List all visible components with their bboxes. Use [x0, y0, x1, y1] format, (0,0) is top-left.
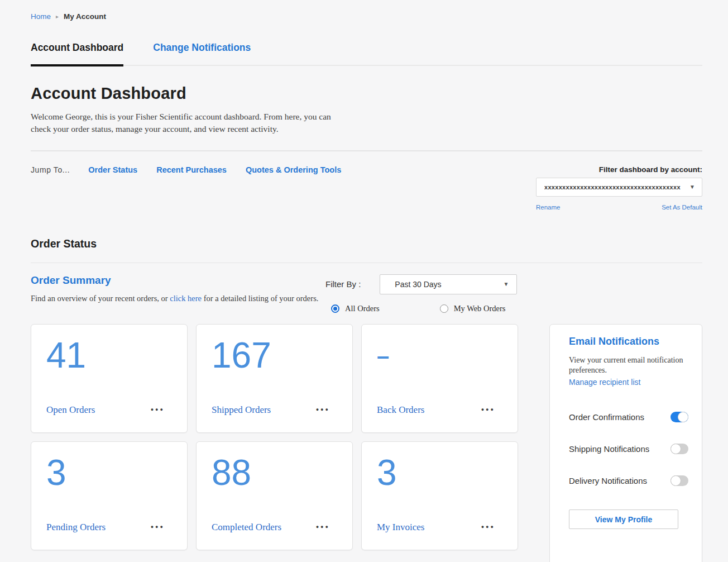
description-prefix: Find an overview of your recent orders, … — [31, 294, 170, 303]
email-notifications-panel: Email Notifications View your current em… — [549, 324, 702, 562]
shipping-notifications-toggle[interactable] — [670, 444, 688, 454]
card-my-invoices: 3 My Invoices ●●● — [361, 441, 518, 550]
view-my-profile-button[interactable]: View My Profile — [569, 509, 678, 529]
shipped-orders-count: 167 — [212, 332, 330, 379]
ellipsis-icon[interactable]: ●●● — [316, 525, 330, 533]
completed-orders-count: 88 — [212, 450, 330, 497]
period-select[interactable]: Past 30 Days ▼ — [380, 274, 517, 294]
chevron-right-icon: ▸ — [56, 13, 59, 20]
radio-icon — [331, 304, 339, 313]
jump-to-nav: Jump To... Order Status Recent Purchases… — [31, 165, 341, 211]
completed-orders-link[interactable]: Completed Orders — [212, 522, 281, 533]
shipping-notifications-label: Shipping Notifications — [569, 444, 649, 454]
delivery-notifications-toggle[interactable] — [670, 475, 688, 486]
welcome-text: Welcome George, this is your Fisher Scie… — [31, 111, 335, 136]
order-confirmations-label: Order Confirmations — [569, 412, 644, 422]
jump-link-quotes-ordering-tools[interactable]: Quotes & Ordering Tools — [246, 165, 341, 174]
breadcrumb: Home ▸ My Account — [31, 0, 702, 21]
order-summary-description: Find an overview of your recent orders, … — [31, 294, 318, 303]
toggle-knob — [670, 475, 681, 486]
account-select-value: xxxxxxxxxxxxxxxxxxxxxxxxxxxxxxxxxxxxxx — [544, 184, 681, 190]
period-select-value: Past 30 Days — [395, 280, 441, 289]
tab-account-dashboard[interactable]: Account Dashboard — [31, 39, 123, 66]
my-invoices-count: 3 — [377, 450, 495, 497]
ellipsis-icon[interactable]: ●●● — [481, 407, 495, 416]
back-orders-link[interactable]: Back Orders — [377, 404, 424, 416]
description-suffix: for a detailed listing of your orders. — [202, 294, 318, 303]
rename-link[interactable]: Rename — [536, 204, 560, 211]
tab-change-notifications[interactable]: Change Notifications — [153, 39, 251, 65]
jump-to-label: Jump To... — [31, 165, 70, 174]
card-back-orders: – Back Orders ●●● — [361, 324, 518, 433]
open-orders-count: 41 — [46, 332, 165, 379]
ellipsis-icon[interactable]: ●●● — [151, 407, 165, 416]
filter-by-label: Filter By : — [325, 279, 361, 289]
radio-all-orders[interactable]: All Orders — [331, 304, 380, 313]
open-orders-link[interactable]: Open Orders — [46, 404, 95, 416]
order-status-heading: Order Status — [31, 237, 702, 250]
toggle-knob — [670, 444, 681, 454]
ellipsis-icon[interactable]: ●●● — [481, 525, 495, 533]
chevron-down-icon: ▼ — [689, 184, 695, 190]
card-open-orders: 41 Open Orders ●●● — [31, 324, 188, 433]
ellipsis-icon[interactable]: ●●● — [151, 525, 165, 533]
radio-icon — [440, 304, 448, 313]
radio-my-web-orders[interactable]: My Web Orders — [440, 304, 506, 313]
card-shipped-orders: 167 Shipped Orders ●●● — [196, 324, 353, 433]
email-notifications-description: View your current email notification pre… — [569, 355, 688, 375]
email-notifications-heading: Email Notifications — [569, 336, 688, 347]
jump-link-recent-purchases[interactable]: Recent Purchases — [156, 165, 227, 174]
back-orders-count: – — [377, 332, 495, 379]
shipped-orders-link[interactable]: Shipped Orders — [212, 404, 271, 416]
pending-orders-count: 3 — [46, 450, 165, 497]
card-pending-orders: 3 Pending Orders ●●● — [31, 441, 188, 550]
account-filter-label: Filter dashboard by account: — [536, 165, 702, 174]
chevron-down-icon: ▼ — [503, 281, 509, 287]
account-select[interactable]: xxxxxxxxxxxxxxxxxxxxxxxxxxxxxxxxxxxxxx ▼ — [536, 178, 702, 197]
pending-orders-link[interactable]: Pending Orders — [46, 522, 106, 533]
order-filter-block: Filter By : Past 30 Days ▼ All Orders My… — [325, 274, 518, 313]
order-confirmations-toggle[interactable] — [670, 412, 688, 422]
divider — [31, 263, 702, 263]
order-cards-grid: 41 Open Orders ●●● 167 Shipped Orders ●●… — [31, 324, 519, 562]
breadcrumb-current: My Account — [64, 12, 106, 21]
breadcrumb-home-link[interactable]: Home — [31, 12, 51, 21]
radio-my-web-orders-label: My Web Orders — [454, 304, 506, 313]
jump-link-order-status[interactable]: Order Status — [88, 165, 137, 174]
page: Home ▸ My Account Account Dashboard Chan… — [0, 0, 728, 562]
manage-recipient-list-link[interactable]: Manage recipient list — [569, 378, 640, 387]
tab-bar: Account Dashboard Change Notifications — [31, 39, 702, 66]
account-filter: Filter dashboard by account: xxxxxxxxxxx… — [536, 165, 702, 211]
ellipsis-icon[interactable]: ●●● — [316, 407, 330, 416]
card-completed-orders: 88 Completed Orders ●●● — [196, 441, 353, 550]
order-summary-heading: Order Summary — [31, 274, 318, 287]
toggle-knob — [678, 412, 688, 422]
my-invoices-link[interactable]: My Invoices — [377, 522, 424, 533]
divider — [31, 150, 702, 151]
set-as-default-link[interactable]: Set As Default — [662, 204, 702, 211]
delivery-notifications-label: Delivery Notifications — [569, 476, 647, 485]
radio-all-orders-label: All Orders — [345, 304, 380, 313]
page-title: Account Dashboard — [31, 84, 702, 103]
click-here-link[interactable]: click here — [170, 294, 202, 303]
